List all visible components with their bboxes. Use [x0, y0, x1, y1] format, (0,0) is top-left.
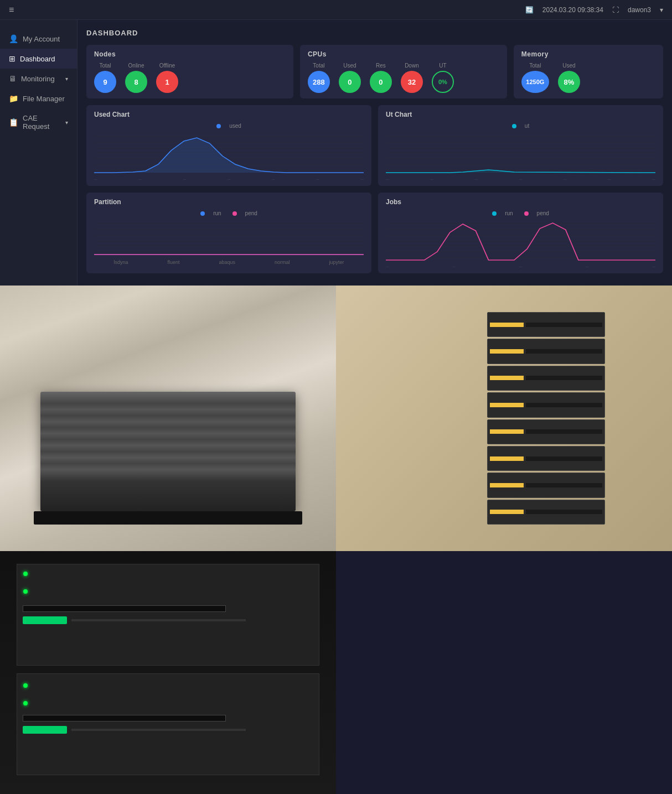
- jobs-run-dot: [492, 211, 497, 216]
- nodes-card: Nodes Total 9 Online 8 Offline 1: [86, 45, 293, 98]
- memory-total-label: Total: [529, 63, 541, 69]
- cpus-used-label: Used: [343, 63, 356, 69]
- clipboard-icon: 📋: [9, 118, 18, 127]
- sidebar: 👤 My Account ⊞ Dashboard 🖥 Monitoring ▾ …: [0, 20, 77, 286]
- partition-chart-card: Partition run pend: [86, 193, 371, 273]
- partition-label-normal: normal: [275, 260, 290, 265]
- charts-row-1: Used Chart used: [86, 105, 663, 186]
- partition-chart-title: Partition: [94, 198, 364, 206]
- memory-card: Memory Total 1250G Used 8%: [514, 45, 663, 98]
- used-chart-area: [94, 131, 364, 175]
- page-title: DASHBOARD: [86, 29, 663, 37]
- rack-panel-1: [17, 564, 319, 666]
- sidebar-label-my-account: My Account: [23, 35, 60, 43]
- partition-x-labels: lsdyna fluent abaqus normal jupyter: [94, 260, 364, 265]
- memory-used-label: Used: [562, 63, 575, 69]
- nodes-online-bubble: 8: [125, 71, 147, 93]
- rack-panel-2: [17, 673, 319, 775]
- sidebar-item-cae-request[interactable]: 📋 CAE Request ▾: [0, 108, 77, 136]
- app-layout: 👤 My Account ⊞ Dashboard 🖥 Monitoring ▾ …: [0, 20, 672, 286]
- cpus-total-label: Total: [313, 63, 324, 69]
- ut-chart-title: Ut Chart: [386, 111, 655, 118]
- jobs-chart-x-labels: ...............: [386, 264, 655, 268]
- dashboard-icon: ⊞: [9, 54, 15, 63]
- ut-chart-legend: ut: [386, 123, 655, 129]
- ut-chart-area: [386, 131, 655, 175]
- used-legend-label: used: [229, 123, 241, 129]
- partition-label-jupyter: jupyter: [329, 260, 344, 265]
- sidebar-item-dashboard[interactable]: ⊞ Dashboard: [0, 49, 77, 69]
- hamburger-icon[interactable]: ≡: [9, 5, 14, 15]
- memory-title: Memory: [521, 50, 655, 58]
- memory-total-bubble: 1250G: [521, 71, 549, 93]
- memory-used: Used 8%: [558, 63, 580, 93]
- cpus-res-bubble: 0: [370, 71, 392, 93]
- jobs-run-label: run: [505, 210, 513, 216]
- jobs-chart-svg: [386, 219, 655, 263]
- photo-drives-stack: [336, 286, 672, 551]
- partition-chart-legend: run pend: [94, 210, 364, 216]
- chevron-down-icon: ▾: [65, 76, 68, 82]
- cpus-total-bubble: 288: [308, 71, 330, 93]
- topbar-left: ≡: [9, 5, 14, 15]
- ut-legend-label: ut: [525, 123, 529, 129]
- images-section: [0, 286, 672, 794]
- nodes-offline-bubble: 1: [156, 71, 178, 93]
- sidebar-label-monitoring: Monitoring: [21, 75, 55, 83]
- cpus-res-label: Res: [376, 63, 386, 69]
- partition-label-abaqus: abaqus: [219, 260, 235, 265]
- used-chart-svg: [94, 131, 364, 175]
- charts-row-2: Partition run pend: [86, 193, 663, 273]
- nodes-total-label: Total: [99, 63, 111, 69]
- photo-server-rack: [0, 286, 336, 551]
- jobs-chart-legend: run pend: [386, 210, 655, 216]
- chevron-down-icon-2: ▾: [65, 120, 68, 126]
- jobs-chart-area: [386, 219, 655, 263]
- jobs-chart-card: Jobs run pend: [378, 193, 663, 273]
- nodes-items: Total 9 Online 8 Offline 1: [94, 63, 286, 93]
- fullscreen-icon[interactable]: ⛶: [612, 6, 619, 14]
- rack-body: [40, 392, 296, 511]
- partition-run-label: run: [213, 210, 221, 216]
- partition-run-dot: [200, 211, 205, 216]
- cpus-items: Total 288 Used 0 Res 0 Down 32: [308, 63, 499, 93]
- cpus-ut-bubble: 0%: [432, 71, 454, 93]
- ut-chart-x-labels: .....................: [386, 177, 655, 180]
- folder-icon: 📁: [9, 94, 18, 103]
- ut-chart-svg: [386, 131, 655, 175]
- cpus-ut: UT 0%: [432, 63, 454, 93]
- used-chart-title: Used Chart: [94, 111, 364, 118]
- sidebar-item-monitoring[interactable]: 🖥 Monitoring ▾: [0, 69, 77, 89]
- partition-chart-svg: [94, 219, 364, 257]
- cpus-down-label: Down: [405, 63, 419, 69]
- used-chart-card: Used Chart used: [86, 105, 371, 186]
- sidebar-item-my-account[interactable]: 👤 My Account: [0, 29, 77, 49]
- cpus-ut-label: UT: [439, 63, 446, 69]
- sidebar-label-file-manager: File Manager: [23, 95, 65, 103]
- user-label[interactable]: dawon3: [628, 6, 651, 14]
- sidebar-item-file-manager[interactable]: 📁 File Manager: [0, 89, 77, 108]
- cpus-res: Res 0: [370, 63, 392, 93]
- nodes-total: Total 9: [94, 63, 116, 93]
- cpus-card: CPUs Total 288 Used 0 Res 0 Do: [300, 45, 507, 98]
- memory-used-bubble: 8%: [558, 71, 580, 93]
- nodes-online: Online 8: [125, 63, 147, 93]
- nodes-title: Nodes: [94, 50, 286, 58]
- cpus-title: CPUs: [308, 50, 499, 58]
- nodes-total-bubble: 9: [94, 71, 116, 93]
- used-legend-dot: [216, 124, 221, 128]
- cpus-down-bubble: 32: [401, 71, 423, 93]
- memory-items: Total 1250G Used 8%: [521, 63, 655, 93]
- topbar-right: 🔄 2024.03.20 09:38:34 ⛶ dawon3 ▾: [525, 6, 663, 14]
- sidebar-label-dashboard: Dashboard: [20, 55, 55, 63]
- cpus-total: Total 288: [308, 63, 330, 93]
- refresh-icon[interactable]: 🔄: [525, 6, 534, 14]
- drives-stack-group: [487, 312, 604, 525]
- photo-rack-front: [0, 551, 336, 794]
- user-dropdown-icon[interactable]: ▾: [660, 6, 663, 14]
- cpus-down: Down 32: [401, 63, 423, 93]
- nodes-offline: Offline 1: [156, 63, 178, 93]
- memory-total: Total 1250G: [521, 63, 549, 93]
- used-chart-legend: used: [94, 123, 364, 129]
- main-content: DASHBOARD Nodes Total 9 Online 8 Offline: [77, 20, 672, 286]
